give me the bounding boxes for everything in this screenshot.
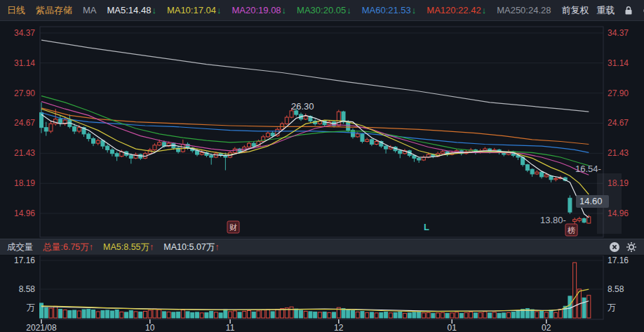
- undo-icon[interactable]: [642, 5, 644, 16]
- volume-axis-label: 17.16: [608, 255, 629, 265]
- stock-name: 紫晶存储: [36, 4, 72, 17]
- x-axis-label: 12: [334, 323, 344, 332]
- down-arrow-icon: ↓: [152, 5, 156, 15]
- ma-legend-item: MA60:21.53↓: [362, 5, 417, 15]
- volume-pane-title[interactable]: 成交量: [7, 241, 34, 253]
- ma-legend-item: MA250:24.28: [497, 5, 551, 15]
- x-axis-label: 02: [542, 323, 551, 332]
- up-arrow-icon: ↑: [89, 242, 93, 252]
- down-arrow-icon: ↓: [347, 5, 351, 15]
- price-axis-label: 24.67: [14, 118, 35, 128]
- main-toolbar: 日线 紫晶存储 MA MA5:14.48↓MA10:17.04↓MA20:19.…: [0, 0, 644, 21]
- down-arrow-icon: ↓: [217, 5, 222, 15]
- price-axis-label: 21.43: [14, 148, 35, 158]
- volume-axis-unit: 万: [608, 303, 616, 312]
- price-axis-label: 27.90: [14, 88, 35, 98]
- down-arrow-icon: ↓: [282, 5, 287, 15]
- event-badge-label[interactable]: 财: [229, 223, 237, 232]
- volume-pane-header: 成交量 总量:6.75万↑ MA5:8.55万↑ MA10:5.07万↑: [0, 239, 644, 255]
- volume-total: 总量:6.75万↑: [43, 241, 94, 253]
- volume-axis-label: 17.16: [14, 255, 35, 265]
- volume-axis-label: 8.58: [608, 284, 624, 294]
- chart-annotation: L: [424, 222, 429, 232]
- ma-legend-item: MA30:20.05↓: [297, 5, 351, 15]
- price-axis-label: 18.19: [608, 178, 629, 188]
- ma-legend-item: MA20:19.08↓: [232, 5, 286, 15]
- volume-axis-label: 8.58: [19, 284, 36, 294]
- volume-axis-unit: 万: [27, 303, 35, 312]
- volume-ma5: MA5:8.55万↑: [103, 241, 154, 253]
- up-arrow-icon: ↑: [149, 242, 154, 252]
- ma-indicator-label[interactable]: MA: [83, 5, 97, 15]
- up-arrow-icon: ↑: [215, 242, 219, 252]
- event-badge-label[interactable]: 榜: [568, 226, 575, 234]
- volume-ma10: MA10:5.07万↑: [163, 241, 219, 253]
- price-axis-label: 18.19: [14, 178, 35, 188]
- stock-chart-app: 日线 紫晶存储 MA MA5:14.48↓MA10:17.04↓MA20:19.…: [0, 0, 644, 332]
- toolbar-right-group: 前复权 重载: [562, 4, 644, 17]
- down-arrow-icon: ↓: [412, 5, 417, 15]
- price-axis-label: 14.96: [14, 208, 35, 218]
- down-arrow-icon: ↓: [482, 5, 487, 15]
- latest-price-value: 14.60: [579, 196, 603, 206]
- price-volume-chart[interactable]: 34.3734.3731.1431.1427.9027.9024.6724.67…: [0, 21, 644, 332]
- price-axis-label: 34.37: [608, 28, 629, 38]
- lock-icon[interactable]: [623, 5, 634, 16]
- adjust-mode-button[interactable]: 前复权: [562, 4, 589, 17]
- x-axis-label: 01: [448, 323, 457, 332]
- x-axis-label: 11: [226, 323, 235, 332]
- price-axis-label: 14.96: [608, 208, 629, 218]
- chart-annotation: 13.80-: [540, 215, 566, 225]
- price-axis-label: 27.90: [608, 88, 629, 98]
- x-axis-label: 2021/08: [26, 323, 57, 332]
- period-selector[interactable]: 日线: [7, 4, 25, 17]
- ma-legend-item: MA120:22.42↓: [427, 5, 486, 15]
- ma-legend: MA5:14.48↓MA10:17.04↓MA20:19.08↓MA30:20.…: [107, 5, 551, 15]
- price-axis-label: 21.43: [608, 148, 629, 158]
- price-axis-label: 34.37: [14, 28, 35, 38]
- price-axis-label: 24.67: [608, 118, 629, 128]
- ma-legend-item: MA5:14.48↓: [107, 5, 156, 15]
- settings-gear-icon[interactable]: [626, 241, 637, 253]
- volume-header-icons: [609, 241, 637, 253]
- close-icon[interactable]: [609, 241, 620, 253]
- chart-annotation: 16.54-: [575, 164, 601, 174]
- ma-legend-item: MA10:17.04↓: [167, 5, 222, 15]
- reload-button[interactable]: 重载: [597, 4, 615, 17]
- price-axis-label: 31.14: [608, 58, 629, 68]
- x-axis-label: 10: [145, 323, 155, 332]
- chart-annotation: 26.30: [291, 101, 314, 112]
- price-axis-label: 31.14: [14, 58, 35, 68]
